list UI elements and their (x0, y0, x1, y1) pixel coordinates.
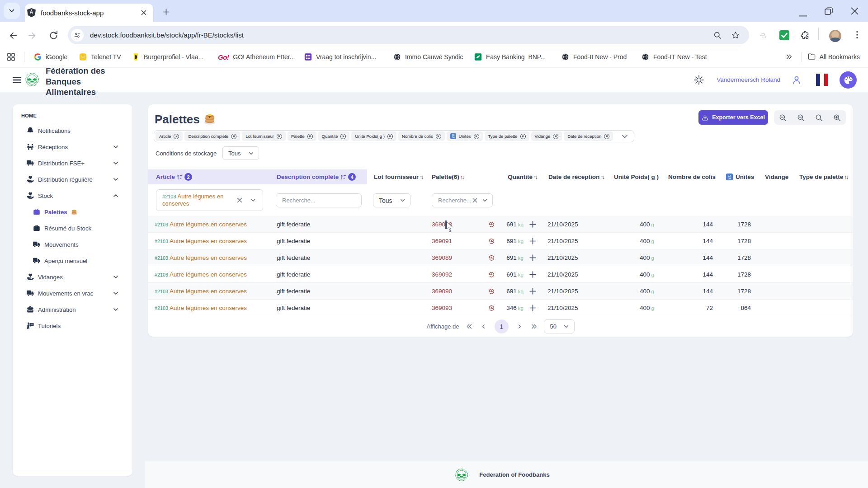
svg-text:34: 34 (728, 177, 731, 180)
svg-text:12: 12 (452, 134, 454, 136)
svg-text:34: 34 (452, 136, 454, 139)
svg-text:12: 12 (728, 174, 731, 177)
